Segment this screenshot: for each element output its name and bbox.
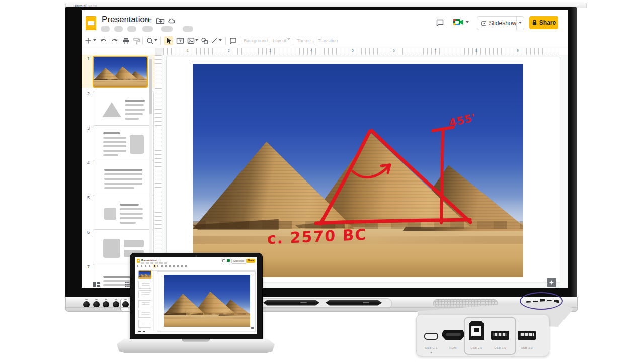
- slide-thumbnail[interactable]: [93, 125, 154, 163]
- usb-c-port: USB-C 1: [420, 318, 443, 354]
- horizontal-ruler: 123456789: [163, 48, 560, 55]
- undo-button[interactable]: [99, 36, 108, 45]
- laptop-slide-thumbnail[interactable]: [138, 281, 151, 289]
- image-caret-icon[interactable]: [194, 36, 199, 45]
- laptop-grid-view-icon[interactable]: [143, 331, 145, 332]
- placeholder-text-line: [104, 173, 142, 175]
- ruler-number: 9: [517, 49, 519, 52]
- port-label: USB 2.0: [465, 346, 488, 349]
- slide-photo-container[interactable]: 455' c. 2570 BC: [193, 64, 523, 277]
- theme-button[interactable]: Theme: [297, 38, 311, 43]
- slideshow-label: Slideshow: [489, 20, 516, 27]
- laptop-slide-thumbnail[interactable]: [138, 290, 151, 298]
- placeholder-text-line: [125, 109, 145, 111]
- slide-thumbnail[interactable]: [93, 160, 154, 198]
- document-title[interactable]: Presentation: [102, 15, 149, 25]
- slide-thumbnail[interactable]: [93, 56, 148, 88]
- line-caret-icon[interactable]: [218, 36, 223, 45]
- slide-thumbnail-row[interactable]: 2: [82, 89, 155, 123]
- placeholder-text-line: [103, 141, 126, 143]
- laptop-display: Presentation Slideshow Share: [135, 257, 257, 334]
- laptop-share-button[interactable]: Share: [246, 259, 255, 263]
- menu-item-placeholder[interactable]: [114, 26, 123, 32]
- laptop-slide-thumbnail[interactable]: [138, 320, 151, 328]
- filmstrip-view-icon[interactable]: [93, 282, 100, 287]
- laptop-toolbar[interactable]: [137, 265, 187, 267]
- slideshow-button[interactable]: Slideshow: [477, 16, 524, 30]
- background-button[interactable]: Background: [244, 38, 268, 43]
- laptop-comment-icon[interactable]: [222, 259, 225, 262]
- laptop-filmstrip-view-icon[interactable]: [138, 331, 141, 332]
- laptop-scrollbar[interactable]: [153, 270, 154, 331]
- slide-number: 4: [83, 160, 90, 165]
- laptop: Presentation Slideshow Share: [117, 250, 275, 359]
- new-slide-button[interactable]: [84, 36, 93, 45]
- laptop-document-title[interactable]: Presentation: [141, 259, 156, 262]
- button-glyph: [85, 299, 88, 300]
- laptop-ink-toggle[interactable]: [251, 327, 254, 329]
- placeholder-text-line: [120, 213, 143, 215]
- move-folder-icon[interactable]: [156, 17, 165, 24]
- laptop-select-tool[interactable]: [153, 264, 156, 268]
- laptop-slide-thumbnail[interactable]: [138, 270, 151, 279]
- layout-button[interactable]: Layout: [273, 38, 290, 43]
- laptop-slide-photo[interactable]: [164, 275, 250, 327]
- meet-dropdown-caret-icon[interactable]: [466, 21, 469, 25]
- diamond-icon: [549, 280, 554, 285]
- port-indicator-dot: [431, 352, 432, 353]
- laptop-slideshow-button[interactable]: Slideshow: [231, 259, 246, 264]
- print-button[interactable]: [121, 36, 130, 45]
- menu-item-placeholder[interactable]: [142, 26, 153, 32]
- slide-thumbnail[interactable]: [93, 90, 154, 129]
- port-label: USB 3.0: [515, 346, 538, 349]
- redo-button[interactable]: [110, 36, 119, 45]
- laptop-meet-icon[interactable]: [227, 259, 230, 262]
- select-tool-button[interactable]: [164, 36, 173, 45]
- smart-ink-toggle-button[interactable]: [547, 278, 556, 287]
- slide-number: 7: [83, 264, 90, 269]
- cloud-status-icon[interactable]: [167, 17, 176, 24]
- star-icon[interactable]: ☆: [145, 16, 152, 25]
- usb-a-port-icon: [491, 331, 509, 340]
- shape-tool-button[interactable]: [200, 36, 209, 45]
- placeholder-text-line: [103, 145, 126, 147]
- placeholder-text-line: [120, 204, 139, 206]
- dune-band: [164, 322, 250, 327]
- menu-item-placeholder[interactable]: [161, 26, 173, 32]
- slide-thumbnail-row[interactable]: 1: [82, 55, 155, 88]
- dune-band: [94, 84, 147, 87]
- placeholder-triangle: [102, 102, 121, 117]
- paint-format-button[interactable]: [132, 36, 141, 45]
- placeholder-text-line: [125, 100, 145, 102]
- usb-a-port: USB 3.0: [515, 318, 538, 354]
- new-slide-caret-icon[interactable]: [92, 36, 97, 45]
- placeholder-box: [124, 240, 144, 247]
- laptop-slide-thumbnail[interactable]: [138, 300, 151, 308]
- zoom-caret-icon[interactable]: [153, 36, 158, 45]
- dune-band: [164, 317, 250, 319]
- comment-history-icon[interactable]: [436, 19, 444, 27]
- placeholder-text-line: [104, 178, 142, 180]
- ruler-number: 4: [310, 49, 312, 52]
- red-ink-annotation: [193, 64, 523, 277]
- laptop-thumbnail-panel: [136, 270, 152, 332]
- menu-item-placeholder[interactable]: [127, 26, 136, 32]
- slides-app-icon[interactable]: [86, 16, 96, 30]
- laptop-menu-bar[interactable]: [141, 262, 168, 264]
- laptop-slides-app-icon[interactable]: [137, 259, 140, 263]
- meet-icon[interactable]: [453, 18, 464, 26]
- menu-item-placeholder[interactable]: [101, 26, 110, 32]
- slide-thumbnail-row[interactable]: 3: [82, 124, 155, 157]
- marketing-scene: SMART MX Pro Presentation ☆: [0, 0, 644, 362]
- transition-button[interactable]: Transition: [318, 38, 338, 43]
- slideshow-dropdown[interactable]: [516, 17, 524, 30]
- menu-item-placeholder[interactable]: [183, 26, 193, 32]
- slide-thumbnail-row[interactable]: 4: [82, 159, 155, 192]
- laptop-slide-thumbnail[interactable]: [138, 310, 151, 318]
- share-button[interactable]: Share: [529, 16, 558, 29]
- textbox-tool-button[interactable]: [176, 36, 185, 45]
- slide-thumbnail[interactable]: [93, 195, 154, 233]
- slide-thumbnail-row[interactable]: 5: [82, 194, 155, 227]
- hdmi-port-icon: [442, 330, 464, 340]
- insert-comment-button[interactable]: [228, 36, 237, 45]
